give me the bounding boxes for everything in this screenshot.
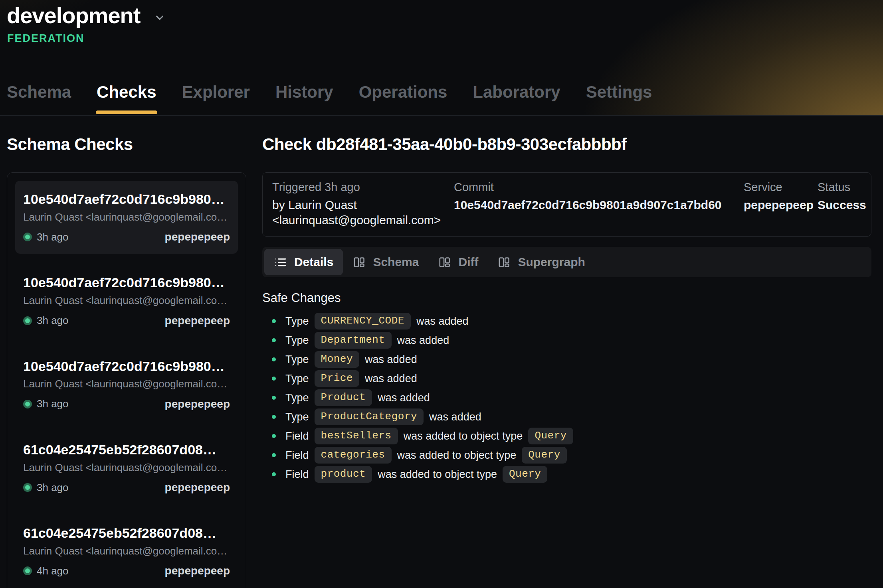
check-detail-title: Check db28f481-35aa-40b0-b8b9-303ecfabbb…: [262, 135, 871, 154]
nav-tab[interactable]: Explorer: [181, 83, 251, 115]
change-code-badge: Product: [315, 389, 372, 406]
check-list-item[interactable]: 10e540d7aef72c0d716c9b980… Laurin Quast …: [15, 181, 238, 254]
check-author: Laurin Quast <laurinquast@googlemail.co…: [23, 211, 230, 224]
nav-tab-label: Laboratory: [473, 83, 560, 101]
change-row: Field bestSellers was added to object ty…: [262, 426, 871, 446]
checks-list: 10e540d7aef72c0d716c9b980… Laurin Quast …: [7, 172, 246, 588]
triggered-label: Triggered 3h ago: [272, 180, 454, 194]
check-view-tabs: Details Schema: [262, 247, 871, 277]
check-hash: 10e540d7aef72c0d716c9b980…: [23, 274, 230, 291]
check-view-tab[interactable]: Diff: [428, 249, 488, 275]
change-code-badge: Department: [315, 332, 392, 349]
change-text: was added: [365, 353, 417, 366]
check-author: Laurin Quast <laurinquast@googlemail.co…: [23, 294, 230, 307]
triggered-email: <laurinquast@googlemail.com>: [272, 213, 454, 228]
check-service: pepepepeep: [165, 564, 230, 577]
check-hash: 61c04e25475eb52f28607d08…: [23, 442, 230, 458]
columns-icon: [497, 256, 511, 269]
nav-tab[interactable]: Checks: [96, 83, 157, 115]
change-row: Field product was added to object type Q…: [262, 465, 871, 484]
check-list-item[interactable]: 10e540d7aef72c0d716c9b980… Laurin Quast …: [15, 348, 238, 421]
bullet-icon: [272, 434, 276, 438]
change-row: Field categories was added to object typ…: [262, 446, 871, 465]
nav-tab-label: Explorer: [182, 83, 250, 101]
success-dot-icon: [23, 400, 32, 408]
change-code-badge: bestSellers: [315, 428, 398, 444]
nav-tab-label: Schema: [7, 83, 71, 101]
change-row: Type Department was added: [262, 331, 871, 350]
bullet-icon: [272, 377, 276, 381]
bullet-icon: [272, 319, 276, 323]
check-time: 3h ago: [37, 398, 69, 410]
check-list-item[interactable]: 61c04e25475eb52f28607d08… Laurin Quast <…: [15, 431, 238, 504]
check-detail-panel: Check db28f481-35aa-40b0-b8b9-303ecfabbb…: [262, 116, 871, 484]
change-kind: Field: [285, 430, 309, 442]
change-code-badge: Money: [315, 351, 360, 368]
change-row: Type Product was added: [262, 388, 871, 407]
change-code-badge: product: [315, 466, 372, 483]
change-text: was added to object type: [404, 430, 523, 442]
safe-changes-title: Safe Changes: [262, 291, 871, 305]
change-text: was added to object type: [378, 468, 497, 481]
check-time: 4h ago: [37, 565, 69, 577]
nav-tab[interactable]: Laboratory: [472, 83, 561, 115]
check-view-tab[interactable]: Supergraph: [488, 249, 594, 275]
service-label: Service: [744, 180, 818, 194]
check-view-tab[interactable]: Details: [264, 249, 343, 275]
bullet-icon: [272, 357, 276, 361]
nav-tab[interactable]: Settings: [585, 83, 653, 115]
sidebar-title: Schema Checks: [7, 135, 246, 154]
check-hash: 10e540d7aef72c0d716c9b980…: [23, 191, 230, 207]
changes-list: Type CURRENCY_CODE was added Type Depart…: [262, 312, 871, 484]
change-kind: Type: [285, 411, 309, 423]
check-list-item[interactable]: 61c04e25475eb52f28607d08… Laurin Quast <…: [15, 515, 238, 588]
service-value: pepepepeep: [744, 197, 818, 213]
change-code-badge: CURRENCY_CODE: [315, 313, 411, 330]
status-label: Status: [818, 180, 861, 194]
nav-tab[interactable]: History: [275, 83, 334, 115]
primary-nav: Schema Checks Explorer History Operation…: [6, 83, 653, 115]
check-view-tab-label: Supergraph: [518, 255, 585, 269]
nav-tab[interactable]: Schema: [6, 83, 72, 115]
change-text: was added: [416, 315, 469, 328]
bullet-icon: [272, 338, 276, 342]
success-dot-icon: [23, 316, 32, 325]
columns-icon: [438, 256, 451, 269]
check-view-tab[interactable]: Schema: [343, 249, 428, 275]
object-type-badge: Query: [522, 447, 567, 464]
check-hash: 61c04e25475eb52f28607d08…: [23, 525, 230, 541]
check-author: Laurin Quast <laurinquast@googlemail.co…: [23, 545, 230, 558]
commit-hash: 10e540d7aef72c0d716c9b9801a9d907c1a7bd60: [454, 197, 744, 213]
success-dot-icon: [23, 566, 32, 575]
project-switcher[interactable]: development: [0, 0, 883, 28]
change-code-badge: Price: [315, 370, 360, 387]
nav-tab[interactable]: Operations: [358, 83, 448, 115]
list-icon: [274, 256, 287, 269]
nav-tab-label: Operations: [359, 83, 447, 101]
change-text: was added: [397, 334, 449, 347]
commit-label: Commit: [454, 180, 744, 194]
chevron-down-icon[interactable]: [154, 12, 166, 24]
change-code-badge: ProductCategory: [315, 408, 424, 425]
object-type-badge: Query: [528, 428, 573, 444]
content-area: Schema Checks 10e540d7aef72c0d716c9b980……: [0, 116, 883, 588]
check-hash: 10e540d7aef72c0d716c9b980…: [23, 358, 230, 375]
change-kind: Type: [285, 353, 309, 366]
change-text: was added to object type: [397, 449, 517, 462]
check-author: Laurin Quast <laurinquast@googlemail.co…: [23, 461, 230, 474]
bullet-icon: [272, 453, 276, 457]
check-service: pepepepeep: [165, 481, 230, 494]
change-row: Type CURRENCY_CODE was added: [262, 312, 871, 331]
columns-icon: [352, 256, 366, 269]
change-kind: Type: [285, 392, 309, 404]
federation-badge: FEDERATION: [7, 32, 883, 45]
change-row: Type Price was added: [262, 369, 871, 388]
check-list-item[interactable]: 10e540d7aef72c0d716c9b980… Laurin Quast …: [15, 264, 238, 337]
change-row: Type Money was added: [262, 350, 871, 369]
nav-tab-label: History: [275, 83, 333, 101]
success-dot-icon: [23, 483, 32, 492]
triggered-by: by Laurin Quast: [272, 197, 454, 213]
nav-tab-label: Settings: [586, 83, 652, 101]
check-service: pepepepeep: [165, 231, 230, 243]
check-time: 3h ago: [37, 481, 69, 494]
